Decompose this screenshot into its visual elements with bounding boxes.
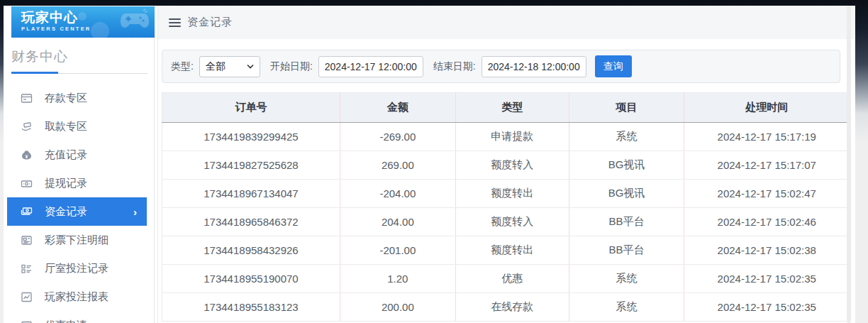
cell-order-no: 1734419839299425 (162, 123, 340, 151)
banknote-icon (21, 177, 33, 190)
cell-type: 优惠 (455, 265, 569, 293)
table-row: 1734418965846372 204.00 额度转入 BB平台 2024-1… (162, 208, 850, 236)
end-date-input[interactable] (482, 56, 586, 77)
records-table-container: 订单号 金额 类型 项目 处理时间 1734419839299425 -269.… (162, 92, 850, 322)
menu-toggle-icon[interactable] (169, 18, 181, 27)
brand-banner: 玩家中心 PLAYERS CENTER (11, 6, 155, 38)
cell-amount: 1.20 (340, 265, 455, 293)
sidebar-item-label: 彩票下注明细 (45, 234, 108, 247)
cell-item: 系统 (569, 265, 684, 293)
sidebar-item-fund-records[interactable]: 资金记录 › (7, 197, 147, 226)
scrollbar-track[interactable] (847, 6, 851, 323)
sidebar-item-withdraw-zone[interactable]: 取款专区 (7, 112, 147, 141)
cell-item: BB平台 (569, 236, 684, 265)
sidebar-item-hall-bet-records[interactable]: 厅室投注记录 (7, 254, 147, 283)
sidebar-item-label: 优惠申请 (45, 319, 87, 323)
header-time: 处理时间 (684, 93, 850, 123)
table-header-row: 订单号 金额 类型 项目 处理时间 (162, 93, 850, 123)
chevron-right-icon: › (133, 206, 137, 218)
cell-item: BB平台 (569, 208, 684, 236)
cell-time: 2024-12-17 15:02:46 (684, 208, 850, 236)
topbar: 资金记录 (158, 6, 855, 39)
type-select[interactable]: 全部 (199, 56, 260, 77)
cell-amount: -201.00 (340, 236, 455, 265)
cell-type: 在线存款 (455, 293, 569, 322)
query-button[interactable]: 查询 (595, 55, 632, 77)
start-date-input[interactable] (318, 56, 423, 77)
cell-amount: 200.00 (340, 293, 455, 322)
fund-records-icon (21, 206, 33, 218)
breadcrumb: 资金记录 (187, 16, 233, 29)
cell-order-no: 1734418955183123 (162, 293, 340, 322)
section-underline (11, 72, 150, 74)
document-list-icon (21, 234, 33, 246)
coupon-icon (21, 319, 33, 323)
cell-item: 系统 (569, 293, 684, 322)
report-chart-icon (21, 291, 33, 303)
bubble-decoration (78, 12, 87, 21)
cell-order-no: 1734418955190070 (162, 265, 340, 293)
sidebar-item-recharge-records[interactable]: 充值记录 (7, 141, 147, 169)
table-row: 1734419827525628 269.00 额度转入 BG视讯 2024-1… (162, 151, 850, 180)
header-item: 项目 (569, 93, 684, 123)
cell-time: 2024-12-17 15:02:35 (684, 293, 850, 322)
cell-time: 2024-12-17 15:17:07 (684, 151, 850, 180)
page-panel: 玩家中心 PLAYERS CENTER 财务中心 (4, 6, 855, 323)
sidebar-item-withdrawal-records[interactable]: 提现记录 (7, 169, 147, 197)
cell-item: BG视讯 (569, 180, 684, 208)
header-order-no: 订单号 (162, 93, 340, 123)
cell-time: 2024-12-17 15:02:38 (684, 236, 850, 265)
chevron-down-icon (247, 64, 254, 69)
bubble-decoration (91, 22, 109, 38)
cell-time: 2024-12-17 15:17:19 (684, 123, 850, 151)
sidebar-item-promo-application[interactable]: 优惠申请 (7, 311, 147, 323)
gamepad-icon (119, 8, 150, 35)
start-date-label: 开始日期: (270, 60, 313, 73)
cell-order-no: 1734419827525628 (162, 151, 340, 180)
section-title: 财务中心 (11, 48, 150, 66)
header-amount: 金额 (340, 93, 455, 123)
sidebar-item-label: 存款专区 (45, 92, 87, 105)
cell-item: 系统 (569, 123, 684, 151)
sidebar-item-player-bet-report[interactable]: 玩家投注报表 (7, 283, 147, 311)
sidebar: 玩家中心 PLAYERS CENTER 财务中心 (4, 6, 155, 323)
table-row: 1734418955183123 200.00 在线存款 系统 2024-12-… (162, 293, 850, 322)
withdraw-hand-icon (21, 121, 33, 133)
records-table: 订单号 金额 类型 项目 处理时间 1734419839299425 -269.… (162, 92, 850, 322)
sidebar-item-deposit-zone[interactable]: 存款专区 (7, 84, 147, 112)
cell-type: 额度转出 (455, 236, 569, 265)
cell-amount: -269.00 (340, 123, 455, 151)
cell-order-no: 1734418958432926 (162, 236, 340, 265)
cell-type: 额度转入 (455, 208, 569, 236)
sidebar-item-label: 提现记录 (45, 177, 87, 190)
cell-type: 额度转入 (455, 151, 569, 180)
sidebar-item-label: 充值记录 (45, 148, 87, 162)
sidebar-item-label: 资金记录 (45, 205, 87, 219)
cell-type: 申请提款 (455, 123, 569, 151)
cell-amount: 269.00 (340, 151, 455, 180)
filter-bar: 类型: 全部 开始日期: 结束日期: 查询 (162, 50, 840, 83)
type-select-value: 全部 (206, 60, 226, 73)
cell-amount: -204.00 (340, 180, 455, 208)
checklist-icon (21, 263, 33, 275)
cell-item: BG视讯 (569, 151, 684, 180)
sidebar-section-header: 财务中心 (11, 48, 150, 74)
sidebar-item-label: 取款专区 (45, 120, 87, 133)
cell-time: 2024-12-17 15:02:35 (684, 265, 850, 293)
end-date-label: 结束日期: (433, 60, 476, 73)
main-content: 资金记录 类型: 全部 开始日期: 结束日期: 查询 订单号 金额 类型 (157, 6, 855, 323)
sidebar-item-lottery-bet-details[interactable]: 彩票下注明细 (7, 226, 147, 254)
cell-type: 额度转出 (455, 180, 569, 208)
header-type: 类型 (455, 93, 569, 123)
money-bag-icon (21, 149, 33, 161)
sidebar-menu: 存款专区 取款专区 充值记录 提现记录 (4, 84, 154, 323)
sidebar-item-label: 厅室投注记录 (45, 262, 108, 275)
deposit-card-icon (21, 92, 33, 104)
table-row: 1734418958432926 -201.00 额度转出 BB平台 2024-… (162, 236, 850, 265)
cell-order-no: 1734418965846372 (162, 208, 340, 236)
cell-amount: 204.00 (340, 208, 455, 236)
cell-time: 2024-12-17 15:02:47 (684, 180, 850, 208)
sidebar-item-label: 玩家投注报表 (45, 290, 108, 304)
table-row: 1734418967134047 -204.00 额度转出 BG视讯 2024-… (162, 180, 850, 208)
type-label: 类型: (171, 60, 194, 73)
